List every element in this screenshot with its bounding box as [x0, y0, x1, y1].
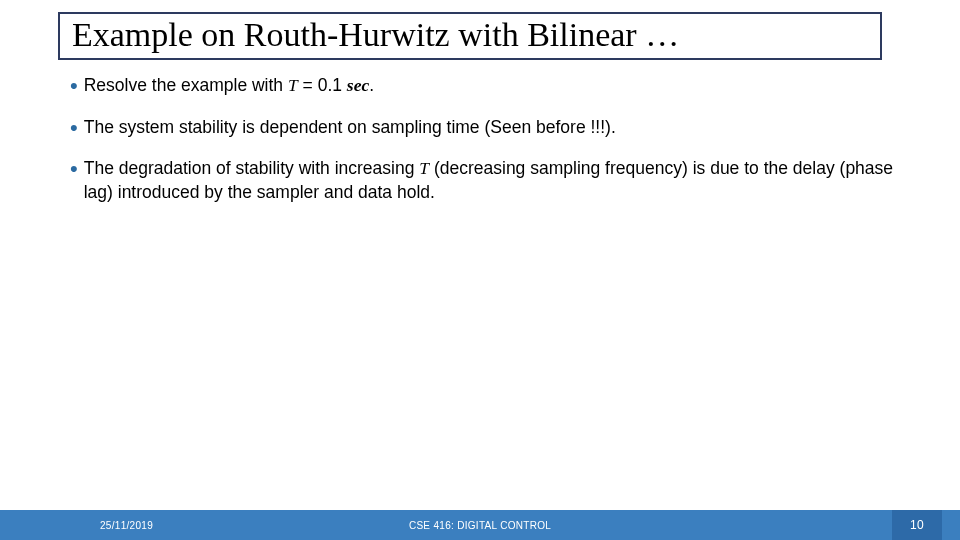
bullet-dot-icon: •	[70, 117, 78, 139]
bullet-item: • The degradation of stability with incr…	[70, 157, 900, 204]
bullet-text: The system stability is dependent on sam…	[84, 116, 900, 140]
slide-body: • Resolve the example with T = 0.1 sec. …	[70, 74, 900, 223]
bullet-dot-icon: •	[70, 75, 78, 97]
text-segment: Resolve the example with	[84, 75, 288, 95]
footer-course: CSE 416: DIGITAL CONTROL	[409, 520, 551, 531]
bullet-item: • Resolve the example with T = 0.1 sec.	[70, 74, 900, 98]
text-segment: = 0.1	[298, 75, 347, 95]
bullet-item: • The system stability is dependent on s…	[70, 116, 900, 140]
title-box: Example on Routh-Hurwitz with Bilinear …	[58, 12, 882, 60]
bullet-text: Resolve the example with T = 0.1 sec.	[84, 74, 900, 98]
text-segment: The degradation of stability with increa…	[84, 158, 420, 178]
bullet-dot-icon: •	[70, 158, 78, 180]
text-segment: .	[369, 75, 374, 95]
math-var: T	[419, 158, 429, 178]
bullet-text: The degradation of stability with increa…	[84, 157, 900, 204]
math-var: T	[288, 75, 298, 95]
slide: Example on Routh-Hurwitz with Bilinear ……	[0, 0, 960, 540]
math-unit: sec	[347, 75, 369, 95]
footer-date: 25/11/2019	[100, 520, 153, 531]
footer-page-number: 10	[892, 510, 942, 540]
footer-bar: 25/11/2019 CSE 416: DIGITAL CONTROL 10	[0, 510, 960, 540]
slide-title: Example on Routh-Hurwitz with Bilinear …	[72, 16, 868, 54]
